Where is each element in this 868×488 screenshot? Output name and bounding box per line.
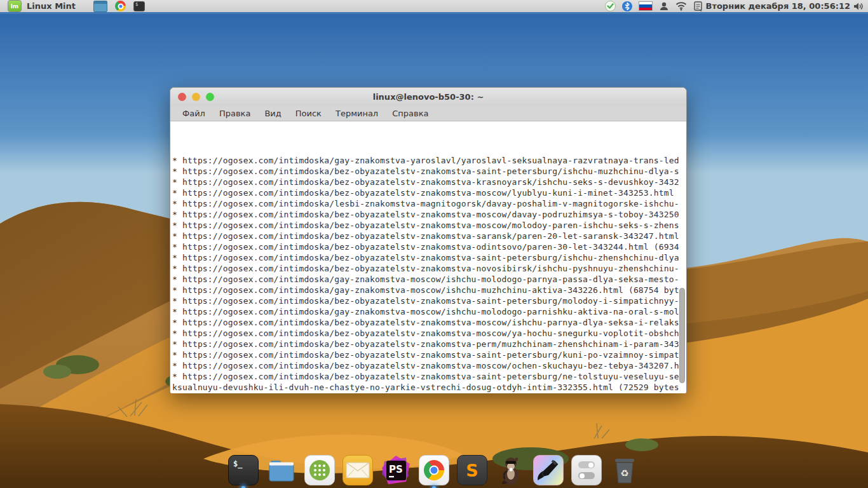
- dock-item-app-grid[interactable]: [304, 455, 335, 485]
- app-grid-icon: [304, 455, 335, 485]
- trash-can-icon: ♻: [609, 455, 640, 485]
- dock-item-trash[interactable]: ♻: [609, 455, 640, 485]
- window-titlebar[interactable]: linux@lenovo-b50-30: ~: [170, 88, 686, 106]
- terminal-line: * https://ogosex.com/intimdoska/gay-znak…: [172, 155, 686, 166]
- terminal-line: * https://ogosex.com/intimdoska/bez-obya…: [172, 177, 686, 187]
- paintbrush-icon: [533, 455, 564, 485]
- bluetooth-icon[interactable]: [622, 1, 632, 11]
- menu-item-2[interactable]: Вид: [257, 109, 288, 118]
- terminal-line: * https://ogosex.com/intimdoska/bez-obya…: [172, 360, 686, 371]
- menu-item-1[interactable]: Правка: [212, 109, 257, 118]
- terminal-line: * https://ogosex.com/intimdoska/bez-obya…: [172, 231, 686, 241]
- chrome-icon[interactable]: [115, 1, 126, 11]
- terminal-line: * https://ogosex.com/intimdoska/bez-obya…: [172, 339, 686, 349]
- terminal-line: * https://ogosex.com/intimdoska/bez-obya…: [172, 209, 686, 220]
- menu-item-0[interactable]: Файл: [175, 109, 212, 118]
- terminal-window: linux@lenovo-b50-30: ~ ФайлПравкаВидПоис…: [170, 87, 687, 393]
- terminal-line: * https://ogosex.com/intimdoska/bez-obya…: [172, 166, 686, 177]
- terminal-line: * https://ogosex.com/intimdoska/bez-obya…: [172, 328, 686, 339]
- terminal-line: * https://ogosex.com/intimdoska/lesbi-zn…: [172, 198, 686, 209]
- toggles-icon: [571, 455, 602, 485]
- panel-clock[interactable]: Вторник декабря 18, 00:56:12: [705, 1, 850, 11]
- terminal-line: * https://ogosex.com/intimdoska/bez-obya…: [172, 252, 686, 263]
- terminal-icon: $_: [228, 455, 259, 485]
- terminal-line: * https://ogosex.com/intimdoska/gay-znak…: [172, 274, 686, 285]
- folder-icon: [266, 455, 297, 485]
- dock-item-dbeaver[interactable]: [495, 455, 526, 485]
- chrome-icon: [419, 455, 449, 485]
- clipboard-document-icon[interactable]: [693, 1, 703, 11]
- volume-icon[interactable]: [853, 1, 864, 11]
- update-manager-shield-icon[interactable]: [605, 1, 616, 11]
- dock-item-chrome[interactable]: [419, 455, 449, 485]
- dock-item-file-manager[interactable]: [266, 455, 297, 485]
- mint-menu-button[interactable]: lm Linux Mint: [4, 0, 79, 12]
- panel-launchers: $: [93, 1, 145, 12]
- file-manager-icon[interactable]: [93, 1, 107, 12]
- sublime-text-icon: S: [457, 455, 487, 485]
- terminal-line: * https://ogosex.com/intimdoska/bez-obya…: [172, 220, 686, 231]
- dock-item-paint[interactable]: [533, 455, 564, 485]
- photoshop-icon: PS: [381, 455, 411, 485]
- dock-item-preferences[interactable]: [571, 455, 602, 485]
- keyboard-layout-russian-flag-icon[interactable]: [639, 1, 653, 11]
- mail-envelope-icon: [342, 455, 373, 485]
- svg-text:♻: ♻: [620, 468, 628, 479]
- scrollbar-thumb[interactable]: [679, 288, 685, 383]
- wifi-icon[interactable]: [675, 1, 687, 11]
- terminal-line: ksualnuyu-devushku-ili-dvuh-ne-chastye-n…: [172, 382, 686, 393]
- mint-menu-label: Linux Mint: [27, 1, 76, 11]
- dock-item-sublime[interactable]: S: [457, 455, 487, 485]
- terminal-line: * https://ogosex.com/intimdoska/bez-obya…: [172, 263, 686, 274]
- menu-item-3[interactable]: Поиск: [288, 109, 329, 118]
- terminal-line: * https://ogosex.com/intimdoska/sving-zn…: [172, 393, 686, 393]
- svg-text:PS: PS: [389, 464, 403, 475]
- user-account-icon[interactable]: [659, 1, 669, 11]
- terminal-line: * https://ogosex.com/intimdoska/bez-obya…: [172, 295, 686, 306]
- minimize-button[interactable]: [192, 93, 200, 101]
- beaver-mascot-icon: [495, 455, 526, 485]
- window-title: linux@lenovo-b50-30: ~: [373, 92, 484, 102]
- terminal-line: * https://ogosex.com/intimdoska/bez-obya…: [172, 349, 686, 360]
- terminal-icon[interactable]: $: [133, 1, 145, 11]
- dock-item-photoshop[interactable]: PS: [381, 455, 411, 485]
- dock-item-mail[interactable]: [342, 455, 373, 485]
- terminal-output[interactable]: * https://ogosex.com/intimdoska/gay-znak…: [170, 121, 686, 393]
- terminal-line: * https://ogosex.com/intimdoska/bez-obya…: [172, 371, 686, 382]
- menu-item-5[interactable]: Справка: [385, 109, 435, 118]
- close-button[interactable]: [178, 93, 186, 101]
- terminal-line: * https://ogosex.com/intimdoska/bez-obya…: [172, 317, 686, 328]
- terminal-line: * https://ogosex.com/intimdoska/bez-obya…: [172, 187, 686, 198]
- terminal-line: * https://ogosex.com/intimdoska/gay-znak…: [172, 306, 686, 317]
- top-panel: lm Linux Mint $: [0, 0, 868, 14]
- system-tray: [605, 1, 703, 11]
- terminal-line: * https://ogosex.com/intimdoska/gay-znak…: [172, 285, 686, 295]
- maximize-button[interactable]: [206, 93, 214, 101]
- menu-item-4[interactable]: Терминал: [329, 109, 385, 118]
- dock: $_: [0, 455, 868, 485]
- menu-bar: ФайлПравкаВидПоискТерминалСправка: [170, 106, 686, 121]
- mint-logo-icon: lm: [8, 0, 22, 12]
- dock-item-terminal[interactable]: $_: [228, 455, 259, 485]
- terminal-line: * https://ogosex.com/intimdoska/bez-obya…: [172, 241, 686, 252]
